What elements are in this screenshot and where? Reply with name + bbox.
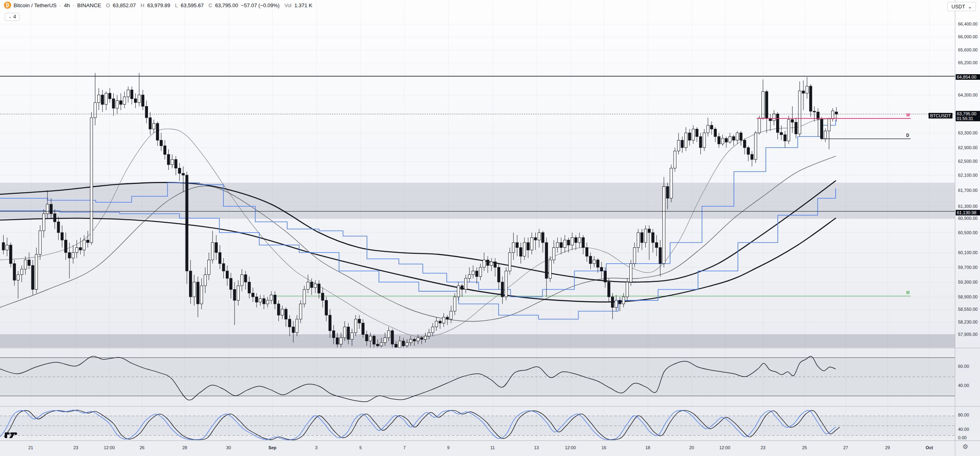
time-tick-label[interactable]: 21 [28,445,33,450]
time-tick-label[interactable]: 28 [182,445,187,450]
price-tick-label[interactable]: 61,300.00 [958,204,978,209]
separator: · [59,2,61,8]
price-tick-label[interactable]: 63,300.00 [958,130,978,135]
stoch-tick-label[interactable]: 40.00 [958,427,969,432]
time-tick-label[interactable]: 12:00 [104,445,115,450]
chart-canvas[interactable] [0,0,980,456]
price-tick-label[interactable]: 62,100.00 [958,173,978,178]
tradingview-logo-icon [5,431,18,442]
high-label: H [141,2,144,8]
current-price-badge: 63,795.0001:55:31 [956,111,980,121]
close-value: 63,795.00 [215,2,238,8]
high-value: 63,979.89 [147,2,170,8]
symbol-legend[interactable]: ₿ Bitcoin / TetherUS · 4h · BINANCE O 63… [4,2,312,9]
hidden-indicators-count: 4 [13,14,16,20]
price-tick-label[interactable]: 65,200.00 [958,60,978,65]
stochastic-pane [0,410,955,440]
time-tick-label[interactable]: 25 [802,445,807,450]
rsi-pane [0,356,955,402]
symbol-price-badge: BTCUSDT [929,113,952,118]
currency-label: USDT [951,4,965,10]
chevron-down-icon: ⌄ [968,4,972,10]
exchange-label: BINANCE [77,2,101,8]
change-value: −57.07 (−0.09%) [241,2,280,8]
time-tick-label[interactable]: 9 [447,445,450,450]
chevron-down-icon: ⌄ [8,15,12,18]
price-level-badge: 64,854.00 [956,74,980,80]
time-tick-label[interactable]: 12:00 [719,445,730,450]
ma-mid-gray [0,156,836,321]
time-tick-label[interactable]: 5 [359,445,362,450]
price-tick-label[interactable]: 66,000.00 [958,34,978,39]
trendline-label-D: D [906,133,909,138]
price-tick-label[interactable]: 61,700.00 [958,188,978,193]
price-tick-label[interactable]: 59,700.00 [958,265,978,270]
ma-slow-black-2 [0,218,836,302]
volume-label: Vol [284,2,292,8]
time-tick-label[interactable]: 29 [885,445,890,450]
time-tick-label[interactable]: 26 [140,445,144,450]
time-tick-label[interactable]: 12:00 [565,445,576,450]
low-label: L [175,2,178,8]
time-tick-label[interactable]: Sep [268,445,276,450]
price-tick-label[interactable]: 57,905.00 [958,332,978,337]
time-tick-label[interactable]: 30 [226,445,231,450]
price-tick-label[interactable]: 60,500.00 [958,230,978,235]
time-tick-label[interactable]: Oct [926,445,933,450]
time-tick-label[interactable]: 7 [403,445,406,450]
time-tick-label[interactable]: 3 [315,445,317,450]
ma-fast-gray [0,118,836,337]
time-tick-label[interactable]: 27 [843,445,848,450]
supply-zone [0,183,955,219]
time-tick-label[interactable]: 13 [534,445,539,450]
gear-icon[interactable]: ⚙ [962,443,968,450]
legend-collapse-button[interactable]: ⌄ 4 [5,13,20,21]
time-tick-label[interactable]: 16 [601,445,606,450]
price-tick-label[interactable]: 58,230.00 [958,320,978,324]
rsi-tick-label[interactable]: 40.00 [958,383,969,388]
tradingview-chart-page: { "header": { "symbol": "Bitcoin / Tethe… [0,0,980,456]
price-tick-label[interactable]: 59,300.00 [958,280,978,284]
bitcoin-icon: ₿ [4,2,11,9]
stoch-tick-label[interactable]: 0.00 [958,435,966,440]
price-tick-label[interactable]: 60,100.00 [958,250,978,255]
trendline-label-W: W [906,113,910,117]
time-tick-label[interactable]: 23 [73,445,78,450]
rsi-tick-label[interactable]: 60.00 [958,364,969,369]
price-tick-label[interactable]: 58,550.00 [958,307,978,312]
stoch-tick-label[interactable]: 80.00 [958,413,969,417]
separator: · [72,2,75,8]
price-tick-label[interactable]: 66,400.00 [958,22,978,26]
price-tick-label[interactable]: 64,300.00 [958,93,978,97]
volume-value: 1.371 K [294,2,312,8]
price-tick-label[interactable]: 60,900.00 [958,216,978,221]
trendline-label-M: M [906,290,909,295]
price-level-badge: 61,130.98 [956,210,980,215]
symbol-title: Bitcoin / TetherUS [14,2,57,8]
interval-label[interactable]: 4h [64,2,70,8]
time-tick-label[interactable]: 18 [645,445,650,450]
open-value: 63,852.07 [113,2,136,8]
price-tick-label[interactable]: 65,600.00 [958,47,978,52]
time-tick-label[interactable]: 23 [761,445,765,450]
open-label: O [106,2,110,8]
price-tick-label[interactable]: 62,500.00 [958,159,978,164]
time-tick-label[interactable]: 11 [490,445,495,450]
close-label: C [209,2,212,8]
currency-selector[interactable]: USDT ⌄ [947,2,976,11]
lower-zone [0,334,955,347]
low-value: 63,595.67 [181,2,204,8]
price-tick-label[interactable]: 58,900.00 [958,294,978,299]
time-tick-label[interactable]: 20 [689,445,694,450]
price-tick-label[interactable]: 62,900.00 [958,145,978,150]
